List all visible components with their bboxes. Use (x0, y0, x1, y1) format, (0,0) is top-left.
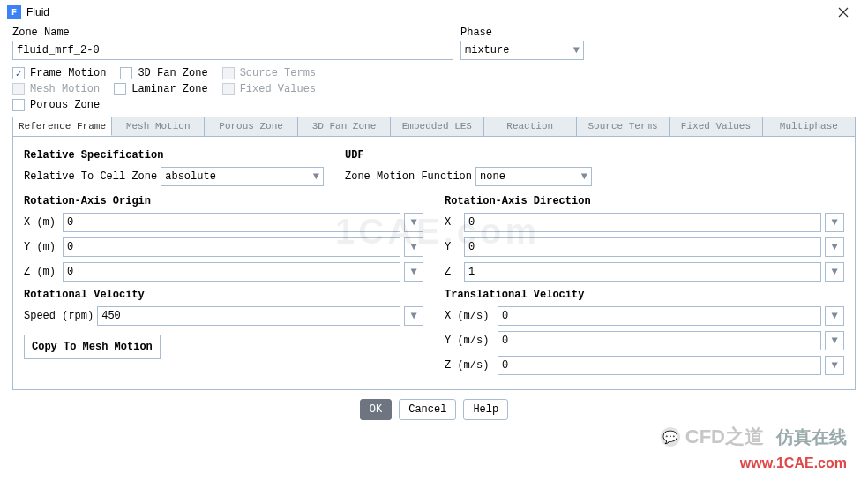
close-button[interactable] (826, 0, 861, 25)
tab-reference-frame[interactable]: Reference Frame (13, 117, 112, 136)
phase-select[interactable]: mixture ▼ (460, 41, 584, 60)
trans-vel-y-label: Y (m/s) (445, 335, 494, 347)
speed-label: Speed (rpm) (24, 310, 94, 322)
source-terms-label: Source Terms (240, 67, 316, 79)
rot-origin-y-label: Y (m) (24, 241, 59, 253)
trans-vel-z-label: Z (m/s) (445, 359, 494, 372)
tab-fixed-values[interactable]: Fixed Values (670, 117, 762, 136)
rot-origin-x-input[interactable] (63, 213, 400, 232)
window-title: Fluid (26, 6, 826, 19)
zone-motion-value: none (480, 170, 505, 183)
phase-value: mixture (465, 44, 509, 56)
reference-frame-panel: Relative Specification Relative To Cell … (12, 137, 856, 390)
rot-origin-y-input[interactable] (63, 237, 400, 257)
rel-to-cell-label: Relative To Cell Zone (24, 170, 157, 183)
chevron-down-icon[interactable]: ▼ (825, 237, 844, 257)
speed-input[interactable] (97, 306, 400, 326)
mesh-motion-label: Mesh Motion (30, 83, 100, 95)
chevron-down-icon[interactable]: ▼ (825, 331, 844, 350)
wechat-icon: 💬 (661, 427, 680, 447)
rot-dir-x-input[interactable] (464, 213, 821, 232)
trans-vel-z-input[interactable] (498, 356, 821, 375)
rot-dir-z-input[interactable] (464, 262, 821, 282)
trans-vel-x-input[interactable] (498, 306, 821, 326)
tab-3d-fan-zone[interactable]: 3D Fan Zone (298, 117, 391, 136)
ok-button[interactable]: OK (360, 399, 392, 420)
rot-dir-z-label: Z (445, 266, 460, 278)
zone-motion-label: Zone Motion Function (345, 170, 472, 183)
close-icon (838, 7, 849, 18)
chevron-down-icon[interactable]: ▼ (404, 237, 423, 257)
watermark-url: www.1CAE.com (740, 455, 847, 471)
chevron-down-icon[interactable]: ▼ (404, 306, 423, 326)
help-button[interactable]: Help (463, 399, 508, 420)
rot-origin-z-label: Z (m) (24, 266, 59, 278)
rot-origin-z-input[interactable] (63, 262, 400, 282)
titlebar: F Fluid (0, 0, 868, 25)
tab-multiphase[interactable]: Multiphase (763, 117, 855, 136)
copy-to-mesh-motion-button[interactable]: Copy To Mesh Motion (24, 335, 161, 359)
chevron-down-icon[interactable]: ▼ (825, 306, 844, 326)
rot-dir-y-label: Y (445, 241, 460, 253)
phase-label: Phase (460, 26, 584, 39)
rel-to-cell-select[interactable]: absolute ▼ (161, 167, 324, 186)
chevron-down-icon[interactable]: ▼ (825, 262, 844, 282)
source-terms-checkbox (222, 67, 235, 79)
tabs: Reference Frame Mesh Motion Porous Zone … (12, 117, 856, 137)
zone-name-input[interactable] (12, 41, 453, 60)
chevron-down-icon[interactable]: ▼ (404, 262, 423, 282)
rot-vel-title: Rotational Velocity (24, 289, 423, 301)
watermark-brand: 💬 CFD之道 仿真在线 (661, 424, 847, 450)
chevron-down-icon[interactable]: ▼ (825, 356, 844, 375)
udf-title: UDF (345, 149, 592, 162)
trans-vel-y-input[interactable] (498, 331, 821, 350)
rot-dir-y-input[interactable] (464, 237, 821, 257)
fixed-values-label: Fixed Values (240, 83, 316, 95)
rot-dir-title: Rotation-Axis Direction (445, 195, 844, 207)
rot-dir-x-label: X (445, 216, 460, 229)
tab-porous-zone[interactable]: Porous Zone (205, 117, 297, 136)
fixed-values-checkbox (222, 83, 235, 95)
tab-reaction[interactable]: Reaction (484, 117, 577, 136)
trans-vel-x-label: X (m/s) (445, 310, 494, 322)
tab-embedded-les[interactable]: Embedded LES (391, 117, 483, 136)
fan-zone-checkbox[interactable] (120, 67, 132, 79)
zone-name-label: Zone Name (12, 26, 453, 39)
porous-zone-checkbox[interactable] (12, 99, 25, 111)
app-icon: F (7, 5, 21, 19)
frame-motion-checkbox[interactable] (12, 67, 25, 79)
tab-mesh-motion[interactable]: Mesh Motion (112, 117, 205, 136)
zone-motion-select[interactable]: none ▼ (475, 167, 592, 186)
laminar-zone-label: Laminar Zone (131, 83, 207, 95)
tab-source-terms[interactable]: Source Terms (577, 117, 670, 136)
rot-origin-x-label: X (m) (24, 216, 59, 229)
cancel-button[interactable]: Cancel (399, 399, 456, 420)
laminar-zone-checkbox[interactable] (114, 83, 126, 95)
fan-zone-label: 3D Fan Zone (138, 67, 207, 79)
chevron-down-icon: ▼ (581, 170, 587, 183)
trans-vel-title: Translational Velocity (445, 289, 844, 301)
chevron-down-icon: ▼ (573, 44, 580, 56)
frame-motion-label: Frame Motion (30, 67, 106, 79)
rel-to-cell-value: absolute (165, 170, 216, 183)
chevron-down-icon: ▼ (313, 170, 319, 183)
rot-origin-title: Rotation-Axis Origin (24, 195, 423, 207)
mesh-motion-checkbox (12, 83, 25, 95)
porous-zone-label: Porous Zone (30, 99, 100, 111)
chevron-down-icon[interactable]: ▼ (404, 213, 423, 232)
chevron-down-icon[interactable]: ▼ (825, 213, 844, 232)
rel-spec-title: Relative Specification (24, 149, 324, 162)
